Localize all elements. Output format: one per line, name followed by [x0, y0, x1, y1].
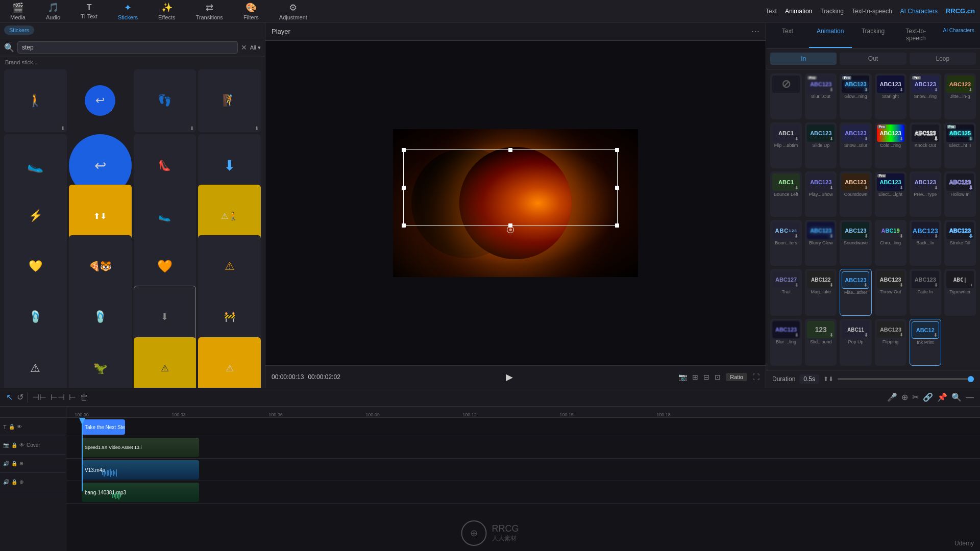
tab-stickers[interactable]: Stickers	[4, 26, 34, 35]
duration-value[interactable]: 0.5s	[799, 374, 819, 384]
tab-tracking[interactable]: Tracking	[852, 22, 895, 48]
add-icon[interactable]: ⊕	[19, 461, 23, 466]
anim-throw-out[interactable]: ABC123⬇ Throw Out	[875, 269, 906, 316]
search-input[interactable]	[17, 41, 238, 54]
mic-icon[interactable]: 🎤	[887, 392, 897, 402]
sticker-item[interactable]: ⚠⬇	[134, 337, 197, 388]
anim-play-show[interactable]: ABC123⬇ Play...Show	[805, 171, 837, 217]
anim-snow-blur[interactable]: ABC123⬇ Snow...Blur	[840, 122, 871, 168]
text-clip[interactable]: Take the Next Step	[82, 419, 125, 435]
sticker-item[interactable]: ⚠⬇	[4, 337, 67, 388]
nav-item-audio[interactable]: 🎵 Audio	[41, 0, 65, 22]
sticker-item[interactable]: ↩⬇	[85, 85, 115, 116]
fit-icon[interactable]: ⊡	[715, 373, 721, 381]
anim-snow-ring[interactable]: ProABC123⬇ Snow...ring	[910, 73, 941, 119]
lock-icon2[interactable]: 🔒	[11, 442, 17, 448]
resize-handle-br[interactable]	[615, 223, 619, 228]
anim-knock-out[interactable]: ABC123⬇ Knock Out	[910, 122, 941, 168]
delete-tool[interactable]: 🗑	[80, 393, 88, 402]
anim-flipping[interactable]: ABC123⬇ Flipping	[875, 319, 906, 366]
tab-text[interactable]: Text	[766, 22, 809, 48]
text-selection-box[interactable]: ⊕	[403, 149, 618, 226]
anim-stroke-fill[interactable]: ABC123⬇ Stroke Fill	[944, 220, 976, 266]
nav-item-text[interactable]: T TI Text	[76, 1, 103, 21]
nav-ai-tab[interactable]: AI Characters	[900, 8, 938, 15]
video-clip[interactable]: Speed1.9X Video Asset 13.i	[82, 438, 199, 457]
minus-zoom[interactable]: —	[966, 393, 974, 402]
cut-icon[interactable]: ✂	[912, 392, 919, 402]
nav-item-filters[interactable]: 🎨 Filters	[238, 0, 264, 22]
link-icon[interactable]: 🔗	[923, 392, 933, 402]
anim-blur-out[interactable]: ProABC123⬇ Blur...Out	[805, 73, 837, 119]
subtab-loop[interactable]: Loop	[910, 53, 976, 65]
nav-item-effects[interactable]: ✨ Effects	[153, 0, 180, 22]
player-menu-icon[interactable]: ⋯	[751, 27, 760, 36]
eye-icon[interactable]: 👁	[17, 424, 22, 430]
anim-flip[interactable]: ABC1⬇ Flip ...abtim	[770, 122, 802, 168]
anim-hollow-in[interactable]: ABC123⬇ Hollow In	[944, 171, 976, 217]
audio1-clip[interactable]: V13.m4a	[82, 460, 199, 480]
resize-handle-mr[interactable]	[615, 186, 619, 190]
camera-icon[interactable]: 📷	[678, 373, 687, 381]
nav-animation-tab[interactable]: Animation	[785, 8, 812, 15]
zoom-out-icon[interactable]: ⊟	[703, 373, 709, 381]
marker-icon[interactable]: 📌	[937, 392, 947, 402]
search-clear-icon[interactable]: ✕	[241, 43, 247, 52]
anim-slide-up[interactable]: ABC123⬇ Slide Up	[805, 122, 837, 168]
select-tool[interactable]: ↖	[6, 392, 13, 402]
subtab-out[interactable]: Out	[840, 53, 906, 65]
split-tool[interactable]: ⊣⊢	[32, 392, 46, 402]
nav-tts-tab[interactable]: Text-to-speech	[852, 8, 892, 15]
nav-item-media[interactable]: 🎬 Media	[5, 0, 31, 22]
anim-bounce-left[interactable]: ABC1⬇ Bounce Left	[770, 171, 802, 217]
duration-slider[interactable]	[838, 378, 974, 380]
anim-ink-print[interactable]: ABC12⬇ Ink Print	[910, 319, 941, 366]
anim-typewriter[interactable]: ABC|⬇ Typewriter	[944, 269, 976, 316]
anim-electht[interactable]: ProABC125⬇ Elect...ht II	[944, 122, 976, 168]
anim-starlight[interactable]: ⬇ABC123 Starlight	[875, 73, 906, 119]
trim-right-tool[interactable]: ⊢	[69, 392, 76, 402]
play-button[interactable]: ▶	[506, 371, 513, 383]
sticker-item[interactable]: 🚶⬇	[4, 69, 67, 132]
anim-jitter[interactable]: ABC123⬇ Jitte...in-g	[944, 73, 976, 119]
tab-ai-characters[interactable]: AI Characters	[937, 22, 980, 48]
filter-button[interactable]: All ▾	[250, 44, 261, 51]
sticker-item[interactable]: 🧗⬇	[198, 69, 261, 132]
anim-elect-light[interactable]: ProABC123⬇ Elect...Light	[875, 171, 906, 217]
duration-stepper[interactable]: ⬆⬇	[823, 375, 834, 383]
nav-text-tab[interactable]: Text	[766, 8, 777, 15]
eye-icon2[interactable]: 👁	[19, 442, 24, 448]
trim-left-tool[interactable]: ⊢⊣	[51, 392, 65, 402]
anim-fade-in[interactable]: ABC123⬇ Fade In	[910, 269, 941, 316]
resize-handle-ml[interactable]	[402, 186, 406, 190]
undo-tool[interactable]: ↺	[17, 392, 23, 402]
nav-item-transitions[interactable]: ⇄ Transitions	[190, 0, 228, 22]
add-icon2[interactable]: ⊕	[19, 479, 23, 485]
tab-tts[interactable]: Text-to-speech	[894, 22, 937, 48]
resize-handle-tc[interactable]	[508, 148, 512, 152]
anim-none[interactable]: ⊘	[770, 73, 802, 119]
resize-handle-tl[interactable]	[402, 148, 406, 152]
anim-glow[interactable]: ProABC123⬇ Glow...ning	[840, 73, 871, 119]
subtab-in[interactable]: In	[770, 53, 837, 65]
zoom-in-icon[interactable]: ⊞	[692, 373, 698, 381]
nav-item-stickers[interactable]: ✦ Stickers	[113, 0, 143, 22]
anim-slid-ound[interactable]: 123⬇ Slid...ound	[805, 319, 837, 366]
zoom-timeline-icon[interactable]: 🔍	[951, 392, 962, 402]
rotation-handle[interactable]: ⊕	[507, 226, 514, 233]
anim-prev-type[interactable]: ABC123⬇ Prev...Type	[910, 171, 941, 217]
anim-chro-ling[interactable]: ABC19⬇ Chro...ling	[875, 220, 906, 266]
fullscreen-icon[interactable]: ⛶	[752, 373, 760, 381]
sticker-item[interactable]: ⚠⬇	[198, 337, 261, 388]
anim-back-in[interactable]: ABC123⬇ Back...In	[910, 220, 941, 266]
resize-handle-bl[interactable]	[402, 223, 406, 228]
anim-coloring[interactable]: ProABC123⬇ Colo...ring	[875, 122, 906, 168]
anim-blurry-glow[interactable]: ABC123⬇ Blurry Glow	[805, 220, 837, 266]
ratio-button[interactable]: Ratio	[726, 373, 747, 381]
anim-mag-ake[interactable]: ABC122⬇ Mag...ake	[805, 269, 837, 316]
lock-icon3[interactable]: 🔒	[11, 461, 17, 466]
nav-item-adjustment[interactable]: ⚙ Adjustment	[274, 0, 312, 22]
anim-bounters[interactable]: ABC123⬇ Boun...ters	[770, 220, 802, 266]
anim-trail[interactable]: ABC127⬇ Trail	[770, 269, 802, 316]
anim-soundwave[interactable]: ABC123⬇ Soundwave	[840, 220, 871, 266]
